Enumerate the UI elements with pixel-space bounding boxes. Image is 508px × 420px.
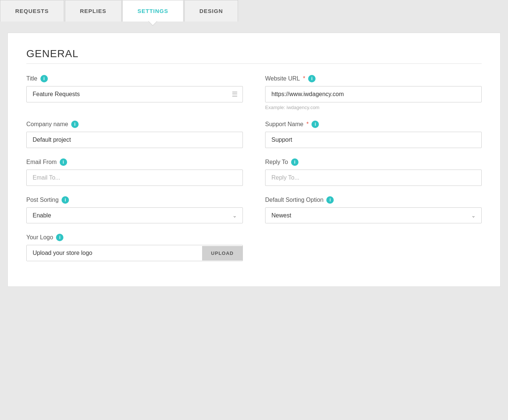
logo-info-icon[interactable]: i: [56, 234, 63, 241]
email-from-label: Email From i: [26, 158, 243, 166]
logo-upload-area: Upload your store logo UPLOAD: [26, 245, 243, 261]
tab-replies[interactable]: REPLIES: [65, 0, 122, 22]
upload-button[interactable]: UPLOAD: [202, 246, 243, 260]
tab-settings[interactable]: SETTINGS: [122, 0, 184, 22]
post-sorting-label: Post Sorting i: [26, 196, 243, 204]
reply-to-info-icon[interactable]: i: [291, 158, 298, 166]
website-url-info-icon[interactable]: i: [308, 75, 316, 82]
default-sorting-label: Default Sorting Option i: [265, 196, 482, 204]
section-title: GENERAL: [26, 48, 482, 60]
title-group: Title i ☰: [26, 75, 243, 110]
tab-requests[interactable]: REQUESTS: [0, 0, 64, 22]
default-sorting-wrapper: Newest Oldest Most Votes Most Comments ⌄: [265, 207, 482, 223]
post-sorting-info-icon[interactable]: i: [62, 196, 69, 204]
settings-card: GENERAL Title i ☰ Website URL * i: [7, 33, 501, 287]
reply-to-group: Reply To i: [265, 158, 482, 186]
default-sorting-group: Default Sorting Option i Newest Oldest M…: [265, 196, 482, 223]
logo-label: Your Logo i: [26, 234, 243, 241]
reply-to-input[interactable]: [265, 170, 482, 186]
website-url-label: Website URL * i: [265, 75, 482, 82]
website-url-group: Website URL * i Example: iwdagency.com: [265, 75, 482, 110]
default-sorting-info-icon[interactable]: i: [326, 196, 334, 204]
email-from-input[interactable]: [26, 170, 243, 186]
logo-upload-placeholder: Upload your store logo: [27, 245, 202, 261]
website-url-helper: Example: iwdagency.com: [265, 105, 482, 110]
email-from-group: Email From i: [26, 158, 243, 186]
post-sorting-wrapper: Enable Disable ⌄: [26, 207, 243, 223]
content-area: GENERAL Title i ☰ Website URL * i: [0, 22, 508, 298]
title-label: Title i: [26, 75, 243, 82]
title-input[interactable]: [26, 86, 243, 102]
website-url-required: *: [303, 75, 305, 82]
company-name-info-icon[interactable]: i: [71, 121, 79, 128]
post-sorting-group: Post Sorting i Enable Disable ⌄: [26, 196, 243, 223]
company-name-input[interactable]: [26, 132, 243, 148]
support-name-label: Support Name * i: [265, 121, 482, 128]
form-grid: Title i ☰ Website URL * i Example: iwdag…: [26, 75, 482, 272]
default-sorting-select[interactable]: Newest Oldest Most Votes Most Comments: [265, 207, 482, 223]
email-from-info-icon[interactable]: i: [60, 158, 67, 166]
support-name-group: Support Name * i: [265, 121, 482, 148]
logo-group: Your Logo i Upload your store logo UPLOA…: [26, 234, 243, 261]
support-name-required: *: [306, 121, 309, 128]
company-name-group: Company name i: [26, 121, 243, 148]
website-url-input[interactable]: [265, 86, 482, 102]
support-name-info-icon[interactable]: i: [311, 121, 319, 128]
list-icon: ☰: [232, 90, 238, 98]
support-name-input[interactable]: [265, 132, 482, 148]
title-info-icon[interactable]: i: [40, 75, 48, 82]
tab-design[interactable]: DESIGN: [184, 0, 238, 22]
company-name-label: Company name i: [26, 121, 243, 128]
tab-bar: REQUESTS REPLIES SETTINGS DESIGN: [0, 0, 508, 22]
post-sorting-select[interactable]: Enable Disable: [26, 207, 243, 223]
title-input-wrapper: ☰: [26, 86, 243, 102]
divider: [26, 63, 482, 64]
reply-to-label: Reply To i: [265, 158, 482, 166]
